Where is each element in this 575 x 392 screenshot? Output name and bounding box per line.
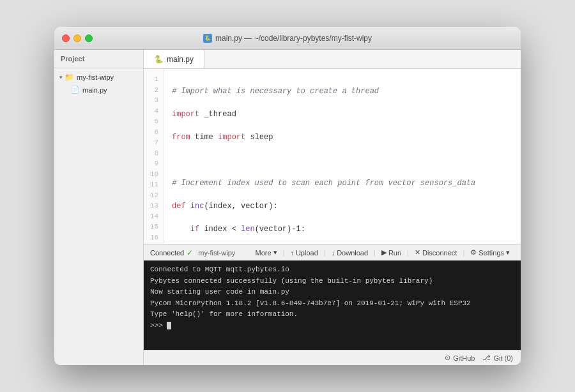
tree-sub: 📄 main.py: [54, 84, 143, 96]
terminal-prompt: >>>: [150, 320, 514, 332]
editor-area: 🐍 main.py 1 2 3 4 5 6 7 8 9: [144, 50, 521, 365]
python-file-icon: 📄: [71, 86, 80, 94]
tab-bar: 🐍 main.py: [144, 50, 521, 69]
line-numbers: 1 2 3 4 5 6 7 8 9 10 11 12 13 14: [144, 69, 164, 244]
traffic-lights: [62, 34, 93, 42]
terminal[interactable]: Connected to MQTT mqtt.pybytes.io Pybyte…: [144, 260, 521, 350]
terminal-line: Pybytes connected successfully (using th…: [150, 276, 514, 287]
sidebar-header: Project: [54, 50, 143, 68]
folder-icon: 📁: [65, 73, 74, 82]
device-name: my-fist-wipy: [198, 249, 235, 257]
terminal-line: Pycom MicroPython 1.18.2 [v1.8.6-849-743…: [150, 298, 514, 310]
code-line: if index < len(vector)-1:: [172, 223, 521, 235]
sidebar-item-main-py[interactable]: 📄 main.py: [66, 84, 143, 96]
file-label: main.py: [82, 86, 107, 94]
connection-status: Connected ✓: [150, 248, 193, 257]
github-icon: ⊙: [445, 354, 450, 362]
disconnect-button[interactable]: ✕ Disconnect: [410, 247, 461, 258]
more-button[interactable]: More ▾: [251, 247, 282, 258]
minimize-button[interactable]: [73, 34, 81, 42]
titlebar: 🐍 main.py — ~/code/library-pybytes/my-fi…: [54, 27, 521, 50]
code-line: [172, 155, 521, 166]
terminal-line: Connected to MQTT mqtt.pybytes.io: [150, 264, 514, 276]
git-button[interactable]: ⎇ Git (0): [482, 354, 513, 362]
upload-icon: ↑: [290, 249, 294, 257]
check-icon: ✓: [187, 248, 193, 257]
code-line: # Increment index used to scan each poin…: [172, 177, 521, 189]
file-icon: 🐍: [203, 34, 212, 43]
chevron-down-icon: ▾: [273, 248, 277, 257]
terminal-line: Type 'help()' for more information.: [150, 309, 514, 320]
chevron-down-icon: ▾: [59, 74, 63, 80]
close-button[interactable]: [62, 34, 70, 42]
tab-main-py[interactable]: 🐍 main.py: [144, 50, 204, 68]
sidebar-item-folder[interactable]: ▾ 📁 my-fist-wipy: [54, 71, 143, 84]
status-actions: More ▾ | ↑ Upload | ↓ Download |: [251, 247, 515, 258]
file-tree: ▾ 📁 my-fist-wipy 📄 main.py: [54, 68, 143, 98]
status-bar: Connected ✓ my-fist-wipy More ▾ | ↑ Uplo…: [144, 244, 521, 260]
code-line: from time import sleep: [172, 132, 521, 143]
connected-label: Connected: [150, 249, 184, 257]
code-lines: 1 2 3 4 5 6 7 8 9 10 11 12 13 14: [144, 69, 521, 244]
tab-label: main.py: [167, 55, 194, 64]
github-button[interactable]: ⊙ GitHub: [445, 354, 475, 362]
run-icon: ▶: [381, 248, 387, 257]
settings-button[interactable]: ⚙ Settings ▾: [466, 247, 514, 258]
upload-button[interactable]: ↑ Upload: [286, 248, 322, 258]
code-text[interactable]: # Import what is necessary to create a t…: [164, 69, 521, 244]
run-button[interactable]: ▶ Run: [377, 247, 406, 258]
disconnect-icon: ✕: [415, 248, 420, 257]
chevron-down-icon: ▾: [506, 248, 510, 257]
git-icon: ⎇: [482, 354, 491, 362]
code-line: def inc(index, vector):: [172, 200, 521, 212]
tab-file-icon: 🐍: [154, 55, 164, 64]
main-window: 🐍 main.py — ~/code/library-pybytes/my-fi…: [54, 27, 521, 365]
folder-label: my-fist-wipy: [77, 73, 114, 81]
download-icon: ↓: [332, 249, 335, 257]
terminal-line: Now starting user code in main.py: [150, 287, 514, 298]
bottom-bar: ⊙ GitHub ⎇ Git (0): [144, 350, 521, 365]
code-editor[interactable]: 1 2 3 4 5 6 7 8 9 10 11 12 13 14: [144, 69, 521, 244]
window-title: 🐍 main.py — ~/code/library-pybytes/my-fi…: [203, 34, 372, 43]
sidebar: Project ▾ 📁 my-fist-wipy 📄 main.py: [54, 50, 144, 365]
main-content: Project ▾ 📁 my-fist-wipy 📄 main.py: [54, 50, 521, 365]
code-line: import _thread: [172, 109, 521, 120]
gear-icon: ⚙: [470, 248, 477, 257]
download-button[interactable]: ↓ Download: [327, 248, 372, 258]
code-line: # Import what is necessary to create a t…: [172, 86, 521, 97]
maximize-button[interactable]: [85, 34, 93, 42]
